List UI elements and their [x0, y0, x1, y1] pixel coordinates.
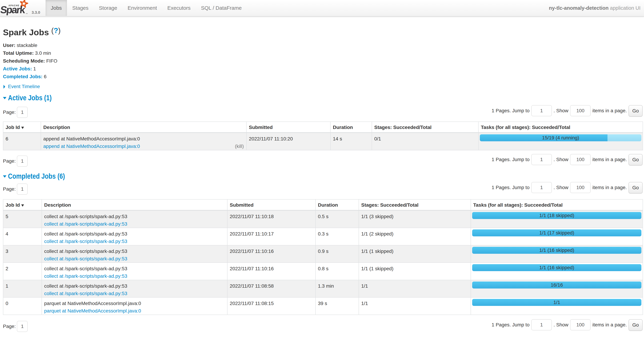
svg-text:Spark: Spark — [0, 4, 26, 15]
svg-text:™: ™ — [26, 13, 28, 15]
